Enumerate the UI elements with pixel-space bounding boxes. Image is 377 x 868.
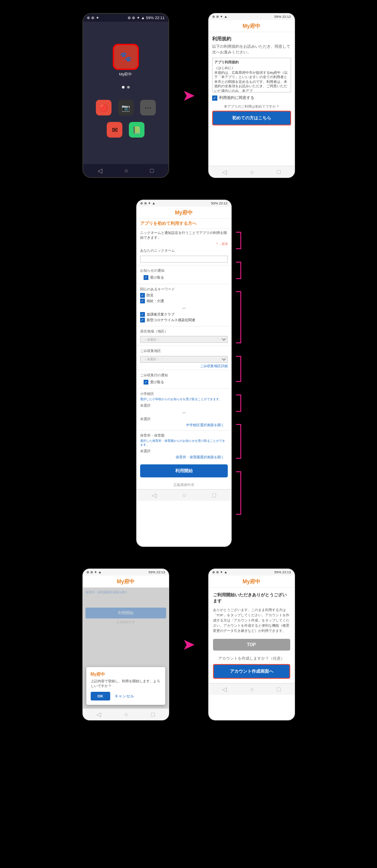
app-title-5: My府中 (209, 575, 295, 588)
status-time-1: ⊕ ⊗ ✦ ▲ 59% 22:11 (128, 16, 165, 20)
status-bar-4: ⊕ ⊗ ✦ ▲ 59% 22:13 (83, 569, 169, 575)
region-select[interactable]: －未選択－ (140, 336, 228, 343)
phone-nav-3: ◁ ○ □ (137, 489, 231, 501)
phone-nav-2: ◁ ○ □ (209, 166, 295, 178)
garbage-label: ごみ収集地区 (140, 349, 228, 353)
status-left-2: ⊕ ⊗ ✦ ▲ (212, 15, 228, 19)
notification-label: お知らせの通知 (140, 268, 228, 273)
first-time-text: 本アプリのご利用は初めてですか？ (212, 104, 291, 109)
phone-registration: ⊕ ⊗ ✦ ▲ 59% 22:12 My府中 アプリを初めて利用する方へ ニック… (136, 200, 232, 547)
home-screen: 🐾 My府中 🔴 📷 ⋯ ✉ 📗 (83, 22, 168, 164)
account-create-button[interactable]: アカウント作成画面へ (213, 664, 290, 679)
notification-checkbox-row[interactable]: ✓ 受け取る (140, 274, 228, 281)
notification-field: お知らせの通知 ✓ 受け取る (137, 267, 231, 283)
bracket-indicators (236, 200, 241, 547)
icon-camera[interactable]: 📷 (118, 100, 134, 115)
status-right-2: 59% 22:12 (274, 15, 291, 19)
nav-recent-5[interactable]: □ (277, 686, 280, 693)
icon-mail[interactable]: ✉ (107, 122, 122, 138)
kw-label-1: 防災 (147, 293, 154, 298)
footer-text: 広島県府中市 (137, 481, 231, 489)
arrow-1: ➤ (182, 86, 195, 105)
form-desc: ニックネームと通知設定を行うことでアプリの利用を開始できます。 (137, 229, 231, 241)
school-unselected2: 未選択 (140, 417, 228, 421)
dialog-cancel-button[interactable]: キャンセル (115, 692, 134, 700)
kw-label-2: 福祉・介護 (147, 299, 164, 303)
app-icon-emoji: 🐾 (120, 51, 131, 62)
icon-red[interactable]: 🔴 (96, 100, 111, 115)
first-time-button[interactable]: 初めての方はこちら (212, 111, 291, 125)
bracket-5 (236, 395, 241, 412)
kw-fukushi[interactable]: ✓ 福祉・介護 (140, 299, 228, 303)
kw-label-3: 放課後児童クラブ (147, 312, 174, 317)
garbage-notify-checkbox-row[interactable]: ✓ 受け取る (140, 378, 228, 386)
region-label: 居住地域（地区） (140, 329, 228, 334)
my-fuchu-app-icon[interactable]: 🐾 (113, 44, 139, 70)
dialog-text: 上記内容で登録し、利用を開始します。よろしいですか？ (91, 679, 161, 688)
nav-home-5[interactable]: ○ (250, 686, 254, 693)
middle-school-link[interactable]: 中学校区選択画面を開く (140, 423, 228, 427)
terms-box-title: アプリ利用規約 (214, 60, 289, 65)
app-title-4: My府中 (83, 575, 169, 588)
terms-title: 利用規約 (212, 36, 291, 42)
kw-cb-3[interactable]: ✓ (140, 312, 145, 317)
garbage-notify-cb[interactable]: ✓ (144, 380, 148, 385)
nav-recent-2[interactable]: □ (277, 168, 280, 175)
icon-dots[interactable]: ⋯ (140, 100, 156, 115)
icon-line[interactable]: 📗 (129, 122, 144, 138)
garbage-select[interactable]: －未選択－ (140, 356, 228, 363)
nursery-unselected: 未選択 (140, 449, 228, 454)
nav-home-2[interactable]: ○ (250, 168, 254, 175)
start-button-container: 利用開始 (137, 461, 231, 481)
phone-terms: ⊕ ⊗ ✦ ▲ 59% 22:12 My府中 利用規約 以下の利用規約をお読みい… (208, 13, 295, 178)
nav-recent[interactable]: □ (150, 167, 154, 174)
status-icons-1: ⊕ ⊗ ✦ (87, 16, 99, 20)
more-keywords-dots: ∽ (140, 304, 228, 312)
nav-recent-3[interactable]: □ (212, 492, 216, 499)
nav-back-2[interactable]: ◁ (222, 168, 227, 175)
region-field: 居住地域（地区） －未選択－ (137, 328, 231, 345)
phone-nav-1: ◁ ○ □ (83, 164, 168, 177)
confirmation-dialog: My府中 上記内容で登録し、利用を開始します。よろしいですか？ OK キャンセル (86, 667, 165, 705)
school-label: 小学校区 (140, 391, 228, 396)
kw-label-4: 新型コロナウイルス感染症関連 (147, 318, 195, 322)
kw-cb-4[interactable]: ✓ (140, 318, 145, 322)
nav-home-4[interactable]: ○ (125, 711, 128, 718)
dialog-ok-button[interactable]: OK (91, 692, 111, 700)
terms-checkbox[interactable]: ✓ (212, 95, 217, 101)
notification-cb[interactable]: ✓ (144, 275, 148, 280)
garbage-notify-label: ごみ収集日の通知 (140, 373, 228, 378)
phone-thankyou: ⊕ ⊗ ✦ ▲ 59% 22:13 My府中 ご利用開始いただきありがとうござい… (208, 569, 295, 720)
nav-home[interactable]: ○ (125, 167, 128, 174)
form-main-title: アプリを初めて利用する方へ (137, 219, 231, 229)
kw-corona[interactable]: ✓ 新型コロナウイルス感染症関連 (140, 318, 228, 322)
nav-recent-4[interactable]: □ (151, 711, 154, 718)
bracket-7 (236, 471, 241, 515)
account-question: アカウントを作成しますか？（任意） (213, 656, 290, 661)
status-bar-3: ⊕ ⊗ ✦ ▲ 59% 22:12 (137, 200, 231, 207)
nursery-link[interactable]: 保育所・保育園選択画面を開く (140, 455, 228, 460)
start-button[interactable]: 利用開始 (140, 464, 228, 477)
kw-cb-2[interactable]: ✓ (140, 299, 145, 303)
nav-back-5[interactable]: ◁ (222, 686, 227, 693)
nav-back-3[interactable]: ◁ (152, 492, 157, 499)
school-desc: 選択した小学校からのお知らせを受け取ることができます。 (140, 397, 228, 401)
nickname-input[interactable] (140, 256, 228, 263)
nav-back[interactable]: ◁ (98, 167, 102, 174)
status-bar-1: ⊕ ⊗ ✦ ⊕ ⊗ ✦ ▲ 59% 22:11 (83, 14, 168, 22)
kw-cb-1[interactable]: ✓ (140, 293, 145, 298)
nickname-label: あなたのニックネーム (140, 248, 228, 253)
nav-home-3[interactable]: ○ (183, 492, 186, 499)
phone-dialog: ⊕ ⊗ ✦ ▲ 59% 22:13 My府中 保育所・保育園選択画面を開く 利用… (82, 569, 169, 720)
app-icon-label: My府中 (119, 72, 132, 77)
top-button[interactable]: TOP (213, 639, 290, 651)
kw-bousai[interactable]: ✓ 防災 (140, 293, 228, 298)
nickname-field: あなたのニックネーム (137, 247, 231, 264)
terms-checkbox-row[interactable]: ✓ 利用規約に同意する (212, 95, 291, 101)
nav-back-4[interactable]: ◁ (96, 711, 101, 718)
garbage-detail-link[interactable]: ごみ収集地区詳細 (137, 364, 231, 368)
bracket-1 (236, 232, 241, 249)
kw-houkago[interactable]: ✓ 放課後児童クラブ (140, 312, 228, 317)
keyword-label: 関心のあるキーワード (140, 287, 228, 292)
garbage-field: ごみ収集地区 －未選択－ (137, 347, 231, 364)
